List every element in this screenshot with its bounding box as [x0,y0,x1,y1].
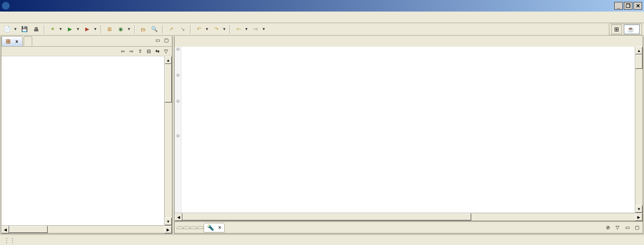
collapse-icon[interactable]: ⊟ [145,48,153,55]
forward-button[interactable]: ⇨ [250,24,261,35]
back-button[interactable]: ⇦ [233,24,244,35]
tab-javadoc[interactable] [183,226,190,229]
status-grip: ⋮⋮ [4,237,15,244]
separator [162,25,163,34]
right-panel: ⊖ ⊖ ⊖ ⊖ ▲ ▼ ◀ ▶ [174,36,644,234]
scroll-thumb[interactable] [165,64,172,103]
debug-dropdown[interactable]: ▼ [59,27,64,31]
maximize-view-button[interactable]: ▢ [162,36,170,44]
ext-tools-button[interactable]: ▶ [82,24,92,35]
folding-ruler[interactable]: ⊖ ⊖ ⊖ ⊖ [175,47,181,213]
ext-tools-dropdown[interactable]: ▼ [93,27,98,31]
new-dropdown[interactable]: ▼ [13,27,18,31]
print-button[interactable]: 🖶 [31,24,41,35]
scroll-left-button[interactable]: ◀ [175,213,182,221]
editor-horizontal-scrollbar[interactable]: ◀ ▶ [175,213,643,220]
tab-search[interactable]: 🔦 × [204,223,225,232]
minimize-button[interactable]: _ [614,2,623,10]
last-edit-dropdown[interactable]: ▼ [205,27,210,31]
perspective-switcher: ⊞ ☕ [609,24,642,35]
open-perspective-button[interactable]: ⊞ [611,25,622,34]
annotation-next-button[interactable]: ↘ [177,24,188,35]
separator [101,25,102,34]
view-menu-icon[interactable]: ▽ [614,224,621,232]
forward-icon[interactable]: ⇨ [128,48,135,55]
left-view-tabs: ⊞ × ▭ ▢ [1,36,172,47]
package-explorer-toolbar: ⇦ ⇨ ⇧ ⊟ ⇆ ▽ [1,47,172,56]
title-bar: _ ❐ ✕ [0,0,644,12]
tab-declaration[interactable] [190,226,197,229]
run-dropdown[interactable]: ▼ [76,27,81,31]
open-type-button[interactable]: 🗁 [138,24,148,35]
separator [44,25,45,34]
tab-package-explorer[interactable]: ⊞ × [1,36,23,46]
debug-button[interactable]: ✴ [47,24,58,35]
new-package-button[interactable]: ⊞ [104,24,115,35]
maximize-view-button[interactable]: ▢ [633,224,641,232]
scroll-track[interactable] [635,69,643,205]
next-annotation-button[interactable]: ↷ [211,24,221,35]
scroll-down-button[interactable]: ▼ [165,218,172,225]
run-button[interactable]: ▶ [64,24,75,35]
close-icon[interactable]: × [15,39,18,44]
java-perspective-icon: ☕ [627,26,634,33]
menu-bar [0,12,644,23]
source-editor[interactable] [181,47,635,213]
view-menu-icon[interactable]: ▽ [162,48,170,55]
forward-dropdown[interactable]: ▼ [262,27,267,31]
editor-vertical-scrollbar[interactable]: ▲ ▼ [635,47,643,213]
back-dropdown[interactable]: ▼ [245,27,249,31]
bottom-views: 🔦 × ⊘ ▽ ▭ ▢ [174,221,644,234]
last-edit-button[interactable]: ↶ [193,24,204,35]
scroll-track-h[interactable] [471,213,635,220]
package-tree[interactable] [1,56,164,225]
close-button[interactable]: ✕ [633,2,642,10]
package-explorer-view: ⊞ × ▭ ▢ ⇦ ⇨ ⇧ ⊟ ⇆ ▽ ▲ [0,36,173,234]
editor-body: ⊖ ⊖ ⊖ ⊖ ▲ ▼ [175,47,643,213]
scroll-left-button[interactable]: ◀ [1,226,9,233]
save-button[interactable]: 💾 [19,24,30,35]
tab-problems[interactable] [177,226,183,229]
editor-area: ⊖ ⊖ ⊖ ⊖ ▲ ▼ ◀ ▶ [174,36,644,221]
main-toolbar: 📄▼ 💾 🖶 ✴▼ ▶▼ ▶▼ ⊞ ◉▼ 🗁 🔍 ↗ ↘ ↶▼ ↷▼ ⇦▼ ⇨▼… [0,23,644,36]
tab-hierarchy[interactable] [24,36,32,46]
minimize-view-button[interactable]: ▭ [154,36,161,44]
separator [190,25,191,34]
package-explorer-icon: ⊞ [6,38,11,45]
scroll-down-button[interactable]: ▼ [635,205,643,213]
search-button[interactable]: 🔍 [149,24,160,35]
link-editor-icon[interactable]: ⇆ [154,48,161,55]
next-annotation-dropdown[interactable]: ▼ [222,27,227,31]
scroll-right-button[interactable]: ▶ [164,226,172,233]
editor-tabs [175,36,643,47]
close-icon[interactable]: × [218,224,221,231]
separator [230,25,231,34]
window-buttons: _ ❐ ✕ [614,2,642,10]
scroll-up-button[interactable]: ▲ [165,56,172,64]
new-class-dropdown[interactable]: ▼ [127,27,132,31]
bottom-view-controls: ⊘ ▽ ▭ ▢ [604,224,641,232]
pin-icon[interactable]: ⊘ [604,224,612,232]
new-class-button[interactable]: ◉ [116,24,126,35]
separator [134,25,135,34]
minimize-view-button[interactable]: ▭ [623,224,631,232]
restore-button[interactable]: ❐ [624,2,632,10]
up-icon[interactable]: ⇧ [136,48,144,55]
scroll-right-button[interactable]: ▶ [635,213,643,221]
scroll-thumb-h[interactable] [182,213,471,220]
java-perspective-button[interactable]: ☕ [624,25,640,34]
scroll-thumb[interactable] [635,54,643,69]
scroll-track-h[interactable] [48,226,164,233]
annotation-prev-button[interactable]: ↗ [166,24,176,35]
eclipse-icon [2,2,10,10]
new-button[interactable]: 📄 [2,24,13,35]
back-icon[interactable]: ⇦ [119,48,127,55]
status-bar: ⋮⋮ [0,234,644,245]
scroll-thumb-h[interactable] [9,226,48,233]
search-icon: 🔦 [207,224,214,231]
horizontal-scrollbar[interactable]: ◀ ▶ [1,225,172,233]
scroll-track[interactable] [165,103,172,218]
scroll-up-button[interactable]: ▲ [635,47,643,54]
vertical-scrollbar[interactable]: ▲ ▼ [164,56,172,225]
tab-console[interactable] [197,226,204,229]
